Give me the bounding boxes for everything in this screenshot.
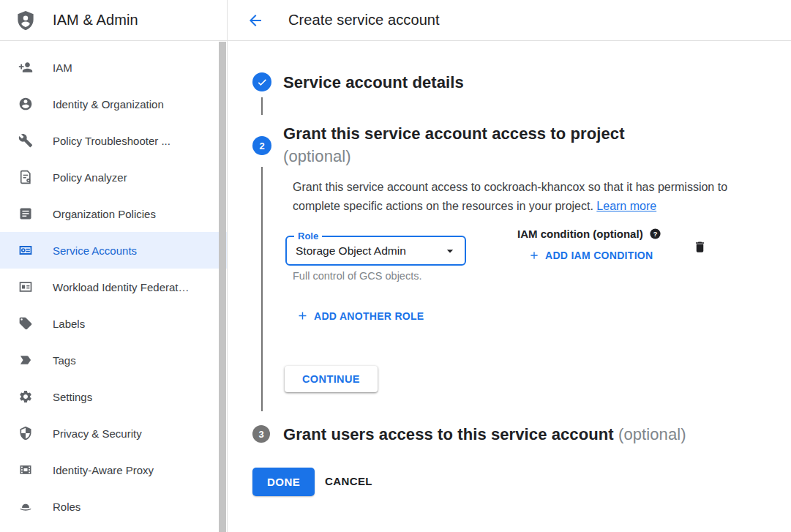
step3-optional-label: (optional) (618, 425, 686, 443)
sidebar-item-policy-troubleshooter[interactable]: Policy Troubleshooter ... (0, 122, 227, 159)
sidebar-item-roles[interactable]: Roles (0, 488, 227, 525)
card-icon (18, 279, 34, 295)
svg-text:?: ? (653, 231, 657, 238)
arrow-back-icon[interactable] (247, 12, 264, 29)
person-add-icon (18, 59, 34, 75)
gear-icon (18, 389, 34, 405)
sidebar-item-iam[interactable]: IAM (0, 49, 227, 86)
step2-optional-label: (optional) (283, 145, 625, 168)
account-circle-icon (18, 96, 34, 112)
role-select[interactable]: Role Storage Object Admin (285, 236, 466, 266)
help-icon[interactable]: ? (649, 228, 661, 240)
role-helper-text: Full control of GCS objects. (293, 270, 422, 282)
sidebar-item-tags[interactable]: Tags (0, 342, 227, 378)
sidebar-item-label: Settings (53, 391, 92, 403)
plus-icon (528, 250, 540, 261)
learn-more-link[interactable]: Learn more (596, 200, 656, 212)
label-tag-icon (18, 315, 34, 331)
shield-icon (18, 425, 34, 441)
document-gear-icon (18, 169, 34, 185)
page-title: Create service account (288, 12, 440, 29)
sidebar-item-label: Workload Identity Federat… (53, 281, 189, 293)
sidebar-item-label: Labels (53, 318, 85, 330)
sidebar-item-label: IAM (53, 61, 72, 74)
sidebar: IAM & Admin IAM Identity & Organization … (0, 0, 228, 532)
sidebar-item-label: Identity-Aware Proxy (53, 464, 154, 476)
step1-title: Service account details (283, 71, 464, 94)
sidebar-item-labels[interactable]: Labels (0, 305, 227, 342)
delete-role-trash-icon[interactable] (693, 239, 707, 255)
sidebar-item-policy-analyzer[interactable]: Policy Analyzer (0, 159, 227, 195)
list-document-icon (18, 206, 34, 222)
sidebar-item-label: Organization Policies (53, 208, 156, 220)
iam-condition-label: IAM condition (optional) (517, 228, 643, 240)
proxy-icon (18, 462, 34, 478)
sidebar-item-label: Roles (53, 501, 80, 513)
sidebar-title: IAM & Admin (53, 12, 138, 29)
chevron-down-icon (443, 244, 457, 261)
step3-title-text: Grant users access to this service accou… (283, 425, 614, 443)
sidebar-item-organization-policies[interactable]: Organization Policies (0, 195, 227, 232)
wrench-icon (18, 132, 34, 149)
sidebar-item-service-accounts[interactable]: Service Accounts (0, 232, 227, 269)
tag-arrow-icon (18, 352, 34, 368)
sidebar-item-settings[interactable]: Settings (0, 378, 227, 415)
done-button[interactable]: DONE (252, 468, 315, 496)
hat-icon (18, 498, 34, 514)
sidebar-item-label: Tags (53, 354, 76, 367)
step2-number-badge: 2 (252, 136, 271, 155)
step-connector (261, 167, 263, 411)
sidebar-item-label: Policy Analyzer (53, 171, 127, 184)
sidebar-item-identity-aware-proxy[interactable]: Identity-Aware Proxy (0, 452, 227, 488)
main-panel: Create service account Service account d… (228, 0, 791, 532)
service-account-icon (18, 242, 34, 258)
iam-admin-shield-icon (15, 10, 37, 31)
sidebar-item-workload-identity-federation[interactable]: Workload Identity Federat… (0, 269, 227, 305)
page-header: Create service account (228, 0, 791, 41)
add-another-role-label: ADD ANOTHER ROLE (314, 310, 424, 322)
iam-condition-label-row: IAM condition (optional) ? (517, 228, 661, 240)
sidebar-item-label: Service Accounts (53, 244, 137, 257)
sidebar-item-label: Policy Troubleshooter ... (53, 135, 170, 147)
step1-complete-check-icon (252, 72, 271, 91)
sidebar-item-label: Identity & Organization (53, 98, 164, 110)
sidebar-item-identity-organization[interactable]: Identity & Organization (0, 86, 227, 122)
add-another-role-button[interactable]: ADD ANOTHER ROLE (296, 310, 424, 322)
role-selected-value: Storage Object Admin (296, 237, 406, 264)
step2-title-text: Grant this service account access to pro… (283, 124, 625, 143)
sidebar-item-privacy-security[interactable]: Privacy & Security (0, 415, 227, 452)
cancel-button[interactable]: CANCEL (325, 475, 372, 487)
step2-number: 2 (259, 141, 264, 151)
step3-number-badge: 3 (252, 425, 270, 443)
sidebar-nav: IAM Identity & Organization Policy Troub… (0, 41, 227, 525)
sidebar-header: IAM & Admin (0, 0, 227, 41)
add-iam-condition-button[interactable]: ADD IAM CONDITION (528, 250, 653, 261)
step-connector (261, 97, 263, 115)
step3-number: 3 (258, 429, 263, 440)
step3-title: Grant users access to this service accou… (283, 423, 686, 446)
continue-button[interactable]: CONTINUE (285, 366, 378, 392)
step2-description: Grant this service account access to coc… (293, 178, 732, 216)
plus-icon (296, 310, 309, 322)
step2-description-text: Grant this service account access to coc… (293, 181, 727, 212)
sidebar-item-label: Privacy & Security (53, 427, 142, 440)
step2-title: Grant this service account access to pro… (283, 122, 625, 168)
add-iam-condition-label: ADD IAM CONDITION (545, 250, 653, 261)
sidebar-scrollbar[interactable] (219, 42, 226, 532)
